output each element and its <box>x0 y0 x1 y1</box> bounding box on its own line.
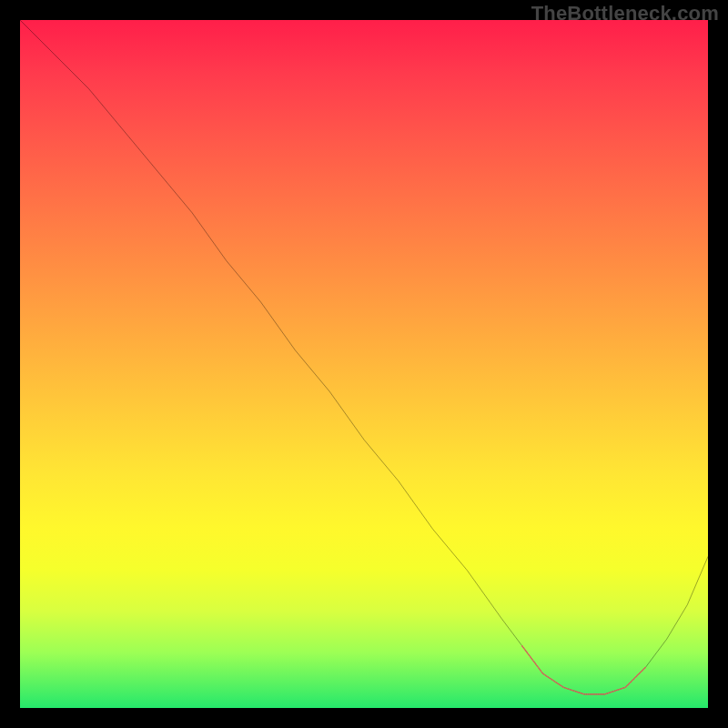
chart-highlight <box>522 646 646 694</box>
chart-curve <box>20 20 708 694</box>
chart-svg <box>20 20 708 708</box>
chart-stage: TheBottleneck.com <box>0 0 728 728</box>
watermark-text: TheBottleneck.com <box>531 2 719 25</box>
